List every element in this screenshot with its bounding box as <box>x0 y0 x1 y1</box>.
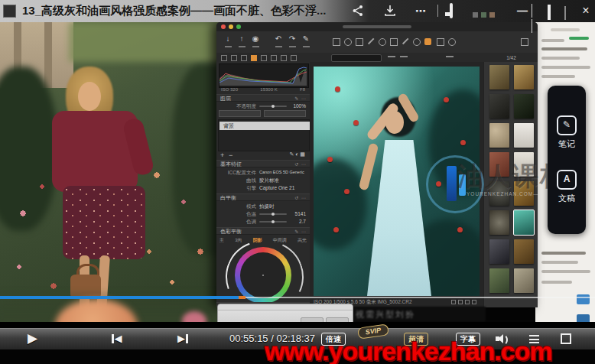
rotate-tool-icon <box>344 38 352 46</box>
progress-handle[interactable] <box>239 296 245 299</box>
prev-glyph: ◀ <box>115 329 122 349</box>
layer-brush-icons[interactable]: ✎ ◐ ▦ <box>289 151 305 158</box>
thumbnail[interactable] <box>489 268 509 293</box>
player-titlebar: 13_高级灰和油画风格强质感案例——画面不脏、色彩不浮... ⋯ — × <box>0 0 595 22</box>
zoom-slider <box>388 56 395 57</box>
wb-mode-value[interactable]: 拍摄时 <box>259 203 275 210</box>
mask-segment-right[interactable] <box>264 110 306 117</box>
blurred-caption-text: 视需兴型刘扮 <box>348 307 486 322</box>
cb-header-icons[interactable]: ✎ ⋯ <box>294 228 307 236</box>
maximize-icon[interactable] <box>548 6 551 18</box>
thumbnail[interactable] <box>489 94 509 119</box>
thumbnail[interactable] <box>514 65 534 89</box>
preset-field <box>331 54 382 62</box>
undo-icon: ↶ <box>273 34 284 47</box>
thumbnail[interactable] <box>489 239 509 264</box>
cb-tab-master[interactable]: 主 <box>219 237 224 244</box>
tint-value[interactable]: 2.7 <box>299 218 306 225</box>
export-icon: ↑ <box>236 34 247 47</box>
background-layer-row[interactable]: 背景 <box>219 122 311 130</box>
opacity-value: 100% <box>293 102 306 109</box>
opacity-row: 不透明度 100% <box>216 102 310 109</box>
radial-tool-icon <box>413 38 421 46</box>
base-characteristics-header[interactable]: 基本特征 ↺ ⋯ <box>216 160 310 167</box>
next-glyph: ▶ <box>177 329 185 349</box>
download-icon[interactable] <box>382 5 398 17</box>
view-mode-icon <box>221 55 227 61</box>
curve-value[interactable]: 胶片标准 <box>259 177 279 184</box>
grid-view-icon <box>231 55 237 61</box>
minimize-icon[interactable]: — <box>517 5 528 17</box>
close-icon[interactable]: × <box>580 5 592 17</box>
keystone-tool-icon <box>356 38 363 46</box>
notes-button[interactable]: ✎ 笔记 <box>557 115 577 150</box>
extension-icons[interactable] <box>473 8 498 20</box>
share-icon[interactable] <box>350 5 366 17</box>
cb-tab-highlight[interactable]: 高光 <box>298 237 307 244</box>
player-window: ↓ ↑ ◉ ↶ ↷ ✎ <box>0 0 595 364</box>
next-button[interactable]: ▶ <box>177 329 188 349</box>
layers-header-label: 图层 <box>220 96 231 101</box>
progress-fill[interactable] <box>0 296 239 299</box>
page-button-blue2 <box>577 314 590 322</box>
viewer-layout-icon <box>521 38 528 46</box>
more-icon[interactable]: ⋯ <box>411 5 430 17</box>
color-balance-wheel[interactable] <box>235 247 291 304</box>
thumbnail[interactable] <box>489 210 509 235</box>
icc-row: ICC配置文件 Canon EOS 5D Generic <box>216 169 310 176</box>
zoom-traffic-light <box>236 24 241 29</box>
video-title: 13_高级灰和油画风格强质感案例——画面不脏、色彩不浮... <box>22 4 327 18</box>
transcript-button[interactable]: A 文稿 <box>557 170 577 204</box>
doc-a-icon: A <box>557 170 577 190</box>
titlebar-divider <box>437 5 438 17</box>
tint-slider[interactable] <box>259 221 287 223</box>
notes-side-panel: ✎ 笔记 A 文稿 <box>548 86 586 234</box>
opacity-slider[interactable] <box>259 106 287 107</box>
eyedropper-tool-icon <box>437 38 444 46</box>
crop-tool-icon <box>333 38 340 46</box>
temperature-slider[interactable] <box>259 213 287 215</box>
image-count: 1/42 <box>484 54 538 62</box>
thumbnail-selected[interactable] <box>514 210 534 235</box>
model2-arm <box>359 142 379 190</box>
c1-window-title <box>343 25 411 28</box>
white-dress <box>367 140 431 296</box>
dialog-button <box>326 317 349 322</box>
play-button[interactable]: ▶ <box>28 329 37 349</box>
mask-tool-icon <box>390 38 398 46</box>
pip-icon[interactable] <box>450 5 453 17</box>
mask-segment-left[interactable] <box>219 110 261 117</box>
layers-header-icons[interactable]: ✎ ⋯ <box>294 95 307 102</box>
base-header-icons[interactable]: ↺ ⋯ <box>294 161 307 168</box>
fullscreen-icon[interactable] <box>561 333 571 344</box>
small-dialog <box>217 304 353 322</box>
color-balance-header[interactable]: 色彩平衡 ✎ ⋯ <box>216 227 310 235</box>
thumbnail[interactable] <box>514 268 534 293</box>
engine-label: 引擎 <box>219 184 256 191</box>
apple <box>335 86 340 92</box>
white-balance-header[interactable]: 白平衡 ↺ ⋯ <box>216 193 310 201</box>
wb-header-label: 白平衡 <box>220 195 236 200</box>
temperature-label: 色温 <box>219 210 256 217</box>
temperature-value[interactable]: 5141 <box>295 210 306 217</box>
browser-link-green <box>569 37 589 40</box>
thumbnail[interactable] <box>514 123 534 148</box>
cb-header-label: 色彩平衡 <box>220 229 242 234</box>
engine-row: 引擎 Capture One 21 <box>216 184 310 191</box>
exposure-warning-icon <box>281 55 287 61</box>
previous-button[interactable]: ◀ <box>112 329 122 349</box>
cb-tab-3way[interactable]: 3向 <box>235 237 242 244</box>
layers-section-header[interactable]: 图层 ✎ ⋯ <box>216 94 310 102</box>
thumbnail[interactable] <box>514 239 534 264</box>
engine-value: Capture One 21 <box>259 184 294 191</box>
thumbnail[interactable] <box>489 123 509 148</box>
add-layer-button[interactable]: + <box>220 151 224 159</box>
thumbnail[interactable] <box>514 94 534 119</box>
edit-icon: ✎ <box>301 34 311 47</box>
wb-header-icons[interactable]: ↺ ⋯ <box>294 194 307 202</box>
remove-layer-button[interactable]: − <box>229 151 232 159</box>
thumbnail[interactable] <box>489 65 509 89</box>
tab-grid-icon[interactable] <box>532 5 532 17</box>
icc-value[interactable]: Canon EOS 5D Generic <box>259 169 304 176</box>
video-surface[interactable]: ↓ ↑ ◉ ↶ ↷ ✎ <box>0 22 595 322</box>
